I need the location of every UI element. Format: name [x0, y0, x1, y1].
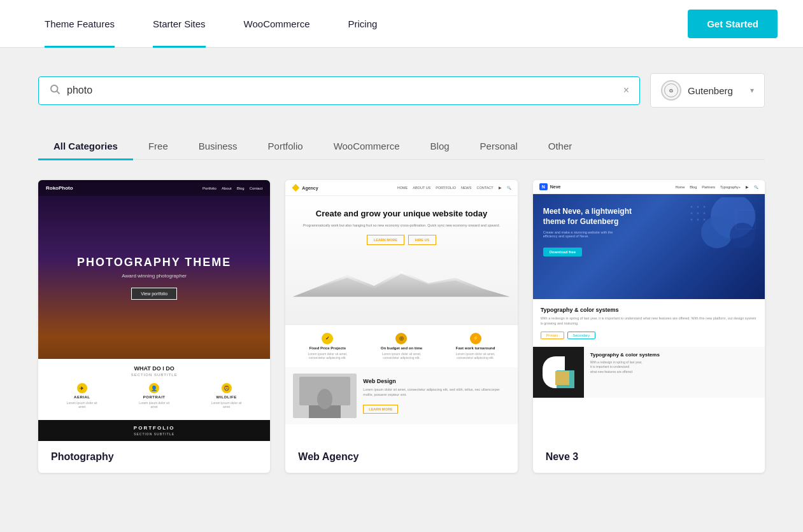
card-neve[interactable]: N Neve Home Blog Partners Typography+ ▶ … — [533, 180, 765, 473]
neve-typography-title: Typography & color systems — [541, 307, 757, 313]
photo-hero-title: PHOTOGRAPHY THEME — [77, 256, 231, 269]
photo-view-portfolio-button[interactable]: View portfolio — [131, 288, 177, 300]
portrait-icon: 👤 — [149, 383, 159, 393]
svg-point-17 — [691, 213, 693, 214]
agency-hire-us-button[interactable]: HIRE US — [408, 235, 436, 245]
agency-feature-on-time: ◎ On budget and on time Lorem ipsum dolo… — [379, 333, 423, 360]
nav-woocommerce[interactable]: WooCommerce — [225, 0, 329, 48]
tab-business[interactable]: Business — [183, 133, 253, 159]
agency-hero-sub: Programmatically work but also hanging f… — [293, 223, 509, 227]
agency-learn-more-button[interactable]: LEARN MORE — [367, 235, 404, 245]
search-box: × — [38, 76, 640, 105]
agency-logo-icon — [292, 184, 299, 192]
svg-text:G: G — [669, 88, 673, 94]
agency-wd-learn-more-button[interactable]: LEARN MORE — [363, 405, 398, 414]
search-icon — [49, 83, 60, 98]
neve-color-shape — [543, 356, 574, 388]
neve-tag-primary: Primary — [541, 332, 564, 339]
get-started-button[interactable]: Get Started — [688, 10, 778, 38]
nav-pricing[interactable]: Pricing — [329, 0, 397, 48]
agency-hero: Create and grow your unique website toda… — [285, 196, 517, 325]
neve-hero-title: Meet Neve, a lightweight theme for Guten… — [543, 207, 632, 227]
card-label-photography: Photography — [38, 441, 270, 473]
photo-portfolio-bar: PORTFOLIO SECTION SUBTITLE — [38, 420, 270, 441]
fixed-price-icon: ✓ — [322, 333, 333, 344]
tab-woocommerce[interactable]: WooCommerce — [318, 133, 415, 159]
card-label-neve: Neve 3 — [533, 441, 765, 473]
neve-download-button[interactable]: Download free — [543, 248, 582, 256]
neve-tags: Primary Secondary — [541, 332, 757, 339]
neve-shape-yellow — [555, 371, 569, 385]
agency-nav: Agency HOME ABOUT US PORTFOLIO NEWS CONT… — [285, 180, 517, 196]
agency-features: ✓ Fixed Price Projects Lorem ipsum dolor… — [285, 325, 517, 367]
search-row: × G Gutenberg ▾ — [38, 73, 765, 108]
photo-bottom-section: WHAT DO I DO SECTION SUBTITLE ✈ AERIAL L… — [38, 359, 270, 420]
top-navigation: Theme Features Starter Sites WooCommerce… — [0, 0, 803, 48]
svg-point-20 — [691, 219, 693, 221]
filter-tabs: All Categories Free Business Portfolio W… — [38, 133, 765, 160]
card-preview-agency: Agency HOME ABOUT US PORTFOLIO NEWS CONT… — [285, 180, 517, 441]
neve-tag-secondary: Secondary — [567, 332, 595, 339]
agency-logo: Agency — [292, 184, 318, 192]
photo-icons-row: ✈ AERIAL Lorem ipsum dolor sit amet 👤 PO… — [46, 383, 262, 409]
agency-webdesign-section: Web Design Lorem ipsum dolor sit amet, c… — [285, 367, 517, 424]
nav-starter-sites[interactable]: Starter Sites — [134, 0, 225, 48]
photo-logo: RokoPhoto — [46, 185, 73, 191]
neve-color-sub: With a redesign in spring of last year,i… — [590, 360, 758, 375]
neve-color-section: Typography & color systems With a redesi… — [533, 347, 765, 398]
photo-icon-aerial: ✈ AERIAL Lorem ipsum dolor sit amet — [63, 383, 101, 409]
svg-line-1 — [57, 91, 59, 94]
agency-hero-title: Create and grow your unique website toda… — [293, 209, 509, 220]
svg-point-14 — [691, 206, 693, 208]
agency-feature-fixed-price: ✓ Fixed Price Projects Lorem ipsum dolor… — [305, 333, 350, 360]
tab-free[interactable]: Free — [133, 133, 183, 159]
mountain-illustration — [293, 251, 509, 315]
photo-section-title: WHAT DO I DO — [46, 365, 262, 372]
agency-feature-fast-turnaround: ⚡ Fast work turnaround Lorem ipsum dolor… — [453, 333, 498, 360]
card-web-agency[interactable]: Agency HOME ABOUT US PORTFOLIO NEWS CONT… — [285, 180, 517, 473]
tab-personal[interactable]: Personal — [465, 133, 533, 159]
agency-nav-links: HOME ABOUT US PORTFOLIO NEWS CONTACT ▶ 🔍 — [397, 186, 511, 190]
neve-color-right: Typography & color systems With a redesi… — [584, 347, 765, 398]
aerial-icon: ✈ — [77, 383, 87, 393]
builder-name: Gutenberg — [688, 85, 744, 96]
tab-portfolio[interactable]: Portfolio — [253, 133, 318, 159]
search-input[interactable] — [67, 85, 617, 96]
card-photography[interactable]: RokoPhoto Portfolio About Blog Contact P… — [38, 180, 270, 473]
svg-point-19 — [704, 213, 706, 214]
fast-turnaround-icon: ⚡ — [470, 333, 481, 344]
svg-point-11 — [701, 216, 733, 248]
builder-logo: G — [661, 80, 681, 101]
photo-section-sub: SECTION SUBTITLE — [46, 373, 262, 377]
neve-nav-links: Home Blog Partners Typography+ ▶ 🔍 — [676, 185, 758, 189]
neve-color-title: Typography & color systems — [590, 352, 758, 358]
nav-theme-features[interactable]: Theme Features — [25, 0, 134, 48]
svg-point-9 — [317, 389, 332, 409]
agency-webdesign-text: Web Design Lorem ipsum dolor sit amet, c… — [363, 378, 509, 414]
card-preview-photography: RokoPhoto Portfolio About Blog Contact P… — [38, 180, 270, 441]
search-clear-button[interactable]: × — [623, 85, 629, 96]
chevron-down-icon: ▾ — [750, 86, 754, 95]
tab-other[interactable]: Other — [533, 133, 588, 159]
neve-hero-sub: Create and make a stunning website with … — [543, 230, 626, 238]
neve-typography-sub: With a redesign in spring of last year, … — [541, 316, 757, 326]
svg-point-0 — [51, 85, 58, 92]
tab-blog[interactable]: Blog — [415, 133, 465, 159]
card-preview-neve: N Neve Home Blog Partners Typography+ ▶ … — [533, 180, 765, 441]
svg-point-21 — [697, 219, 699, 221]
neve-logo: N Neve — [539, 183, 561, 190]
main-content: × G Gutenberg ▾ All Categories Free Busi… — [0, 48, 803, 498]
photo-nav: RokoPhoto Portfolio About Blog Contact — [38, 180, 270, 196]
svg-point-18 — [697, 213, 699, 214]
agency-hero-buttons: LEARN MORE HIRE US — [293, 235, 509, 245]
neve-nav: N Neve Home Blog Partners Typography+ ▶ … — [533, 180, 765, 194]
tab-all-categories[interactable]: All Categories — [38, 133, 133, 159]
photo-icon-wildlife: 🦁 WILDLIFE Lorem ipsum dolor sit amet — [208, 383, 246, 409]
builder-selector[interactable]: G Gutenberg ▾ — [650, 73, 765, 108]
card-label-agency: Web Agency — [285, 441, 517, 473]
neve-color-shape-container — [533, 347, 584, 398]
photo-nav-links: Portfolio About Blog Contact — [203, 186, 262, 190]
wildlife-icon: 🦁 — [222, 383, 232, 393]
neve-typography-section: Typography & color systems With a redesi… — [533, 299, 765, 347]
neve-hero: Meet Neve, a lightweight theme for Guten… — [533, 194, 765, 299]
